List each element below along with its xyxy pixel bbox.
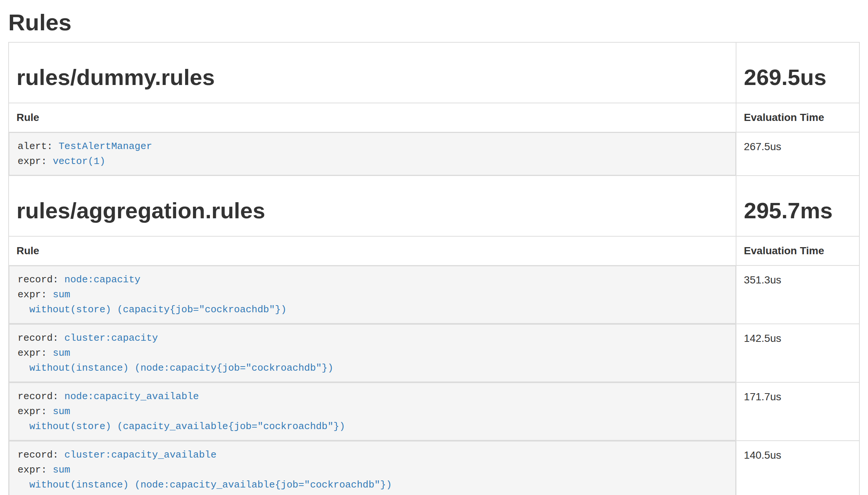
rule-link[interactable]: vector(1)	[53, 156, 105, 167]
rule-eval-time: 351.3us	[736, 265, 859, 324]
rule-group-name-cell: rules/aggregation.rules	[9, 176, 736, 236]
rule-row: record: node:capacity_available expr: su…	[9, 382, 859, 441]
rule-group-header-row: rules/dummy.rules 269.5us	[9, 42, 859, 103]
page-title: Rules	[8, 10, 860, 35]
rule-row: alert: TestAlertManager expr: vector(1) …	[9, 132, 859, 176]
rule-definition-cell: record: node:capacity_available expr: su…	[9, 382, 736, 441]
rule-link[interactable]: sum without(store) (capacity{job="cockro…	[18, 289, 287, 315]
rule-link[interactable]: sum without(store) (capacity_available{j…	[18, 406, 345, 432]
rule-field-label: expr:	[18, 156, 47, 167]
rule-definition-cell: record: cluster:capacity expr: sum witho…	[9, 324, 736, 382]
rule-eval-time: 142.5us	[736, 324, 859, 382]
rule-group-eval-time-cell: 269.5us	[736, 42, 859, 103]
rule-code: alert: TestAlertManager expr: vector(1)	[9, 133, 736, 175]
rule-group-header-row: rules/aggregation.rules 295.7ms	[9, 176, 859, 236]
rule-definition-cell: record: node:capacity expr: sum without(…	[9, 265, 736, 324]
rule-field-label: record:	[18, 391, 58, 402]
table-header-row: Rule Evaluation Time	[9, 103, 859, 132]
rule-link[interactable]: node:capacity_available	[64, 391, 199, 402]
rule-group-eval-time: 295.7ms	[744, 198, 852, 223]
rule-code: record: cluster:capacity expr: sum witho…	[9, 324, 736, 382]
rule-row: record: cluster:capacity expr: sum witho…	[9, 324, 859, 382]
table-header-row: Rule Evaluation Time	[9, 236, 859, 265]
eval-time-column-header: Evaluation Time	[736, 103, 859, 132]
rule-link[interactable]: cluster:capacity	[64, 332, 158, 344]
rule-code: record: node:capacity_available expr: su…	[9, 383, 736, 440]
rule-link[interactable]: sum without(instance) (node:capacity{job…	[18, 347, 334, 374]
rule-field-label: record:	[18, 332, 58, 344]
rule-link[interactable]: TestAlertManager	[58, 141, 152, 152]
rules-page: Rules rules/dummy.rules 269.5us Rule Eva…	[0, 10, 868, 495]
rule-row: record: cluster:capacity_available expr:…	[9, 441, 859, 495]
rule-column-header: Rule	[9, 103, 736, 132]
rule-field-label: alert:	[18, 141, 53, 152]
rule-definition-cell: alert: TestAlertManager expr: vector(1)	[9, 132, 736, 176]
rule-field-label: expr:	[18, 289, 47, 300]
rule-link[interactable]: sum without(instance) (node:capacity_ava…	[18, 464, 392, 491]
rule-group-name-cell: rules/dummy.rules	[9, 42, 736, 103]
rule-group-name: rules/aggregation.rules	[16, 198, 728, 223]
rule-group-eval-time-cell: 295.7ms	[736, 176, 859, 236]
eval-time-column-header: Evaluation Time	[736, 236, 859, 265]
rule-code: record: cluster:capacity_available expr:…	[9, 441, 736, 495]
rule-eval-time: 267.5us	[736, 132, 859, 176]
rule-link[interactable]: node:capacity	[64, 274, 141, 285]
rule-field-label: record:	[18, 449, 58, 461]
rule-link[interactable]: cluster:capacity_available	[64, 449, 217, 461]
rule-eval-time: 171.7us	[736, 382, 859, 441]
rule-field-label: expr:	[18, 347, 47, 359]
rule-row: record: node:capacity expr: sum without(…	[9, 265, 859, 324]
rule-group-name: rules/dummy.rules	[16, 65, 728, 90]
rule-field-label: record:	[18, 274, 58, 285]
rule-field-label: expr:	[18, 406, 47, 417]
rule-column-header: Rule	[9, 236, 736, 265]
rule-eval-time: 140.5us	[736, 441, 859, 495]
rule-group-eval-time: 269.5us	[744, 65, 852, 90]
rule-definition-cell: record: cluster:capacity_available expr:…	[9, 441, 736, 495]
rules-table: rules/dummy.rules 269.5us Rule Evaluatio…	[8, 42, 860, 495]
rule-code: record: node:capacity expr: sum without(…	[9, 266, 736, 324]
rule-field-label: expr:	[18, 464, 47, 476]
